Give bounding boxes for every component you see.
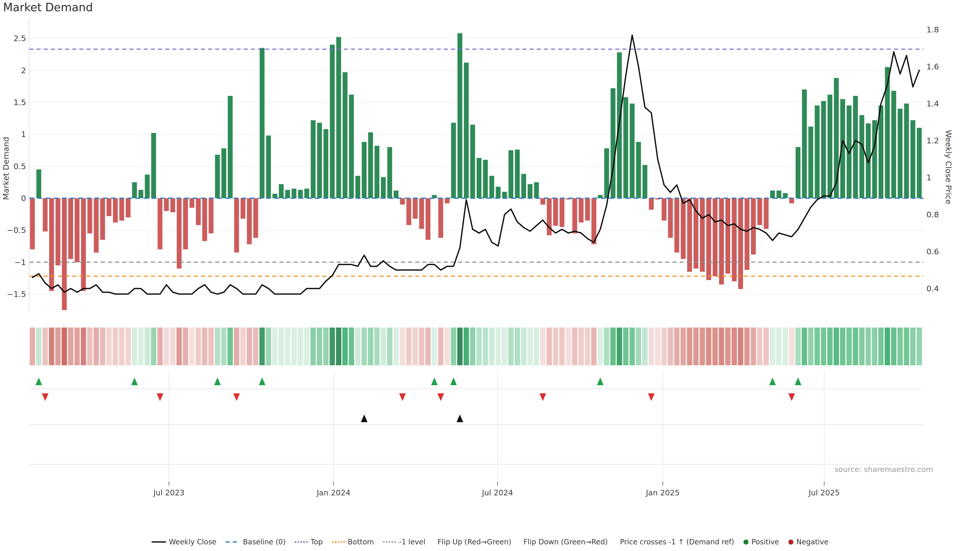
heatmap-cell bbox=[400, 327, 405, 365]
heatmap-cell bbox=[623, 327, 628, 365]
x-axis-tick-label: Jan 2024 bbox=[316, 488, 350, 497]
demand-bar-positive bbox=[643, 165, 648, 198]
heatmap-cell bbox=[878, 327, 884, 365]
page-title: Market Demand bbox=[3, 1, 93, 14]
heatmap-cell bbox=[534, 327, 539, 365]
x-axis-tick-label: Jul 2023 bbox=[153, 488, 185, 497]
heatmap-cell bbox=[107, 327, 112, 365]
demand-bar-negative bbox=[177, 198, 182, 268]
heatmap-cell bbox=[43, 327, 48, 365]
demand-bar-positive bbox=[387, 147, 392, 198]
demand-bar-positive bbox=[279, 184, 284, 198]
heatmap-cell bbox=[336, 327, 342, 365]
demand-bar-negative bbox=[107, 198, 111, 216]
x-axis-tick-label: Jul 2024 bbox=[481, 488, 513, 497]
legend-item: Flip Up (Red→Green) bbox=[434, 538, 511, 546]
demand-bar-positive bbox=[847, 105, 852, 198]
heatmap-cell bbox=[706, 327, 711, 365]
heatmap-cell bbox=[764, 327, 769, 365]
heatmap-cell bbox=[208, 327, 214, 365]
heatmap-cell bbox=[738, 327, 743, 365]
demand-bar-negative bbox=[56, 198, 60, 265]
demand-bar-positive bbox=[859, 115, 864, 198]
heatmap-cell bbox=[266, 327, 271, 365]
heatmap-cell bbox=[528, 327, 533, 365]
demand-bar-positive bbox=[528, 184, 533, 198]
heatmap-cell bbox=[745, 327, 750, 365]
chart-canvas: Market Demand 2.521.510.50−0.5−1−1.51.81… bbox=[0, 0, 980, 551]
heatmap-cell bbox=[202, 327, 207, 365]
demand-bar-positive bbox=[898, 109, 903, 198]
source-note: source: sharemaestro.com bbox=[835, 465, 933, 474]
heatmap-cell bbox=[317, 327, 322, 365]
flip-down-marker bbox=[157, 393, 163, 401]
demand-bar-negative bbox=[209, 198, 213, 233]
heatmap-cell bbox=[62, 327, 67, 365]
demand-bar-negative bbox=[675, 198, 679, 252]
legend-item-label: -1 level bbox=[399, 538, 425, 546]
left-axis-tick-label: −1.5 bbox=[7, 289, 26, 299]
heatmap-cell bbox=[859, 327, 865, 365]
demand-bar-positive bbox=[802, 89, 807, 198]
heatmap-cell bbox=[75, 327, 80, 365]
flip-down-marker bbox=[648, 393, 655, 401]
demand-bar-negative bbox=[426, 198, 431, 240]
heatmap-cell bbox=[630, 327, 635, 365]
heatmap-cell bbox=[189, 327, 195, 365]
heatmap-cell bbox=[183, 327, 188, 365]
demand-bar-positive bbox=[37, 169, 41, 198]
heatmap-cell bbox=[732, 327, 737, 365]
left-axis-tick-label: 2 bbox=[21, 66, 26, 75]
heatmap-cell bbox=[164, 327, 169, 365]
heatmap-cell bbox=[81, 327, 86, 365]
heatmap-cell bbox=[572, 327, 578, 365]
heatmap-cell bbox=[515, 327, 520, 365]
heatmap-cell bbox=[247, 327, 252, 365]
left-axis-title: Market Demand bbox=[1, 137, 11, 200]
legend-dots-icon bbox=[332, 541, 345, 543]
flip-up-marker bbox=[450, 378, 457, 385]
heatmap-cell bbox=[483, 327, 488, 365]
right-axis-tick-label: 0.4 bbox=[926, 284, 939, 293]
heatmap-cell bbox=[413, 327, 418, 365]
demand-bar-positive bbox=[451, 123, 456, 198]
heatmap-cell bbox=[221, 327, 227, 365]
flip-up-marker bbox=[259, 378, 266, 385]
heatmap-cell bbox=[611, 327, 616, 365]
demand-bar-negative bbox=[113, 198, 118, 222]
demand-bar-negative bbox=[189, 198, 194, 208]
heatmap-cell bbox=[827, 327, 833, 365]
demand-bar-positive bbox=[483, 160, 488, 198]
heatmap-cell bbox=[145, 327, 150, 365]
demand-bar-positive bbox=[304, 189, 309, 198]
demand-bar-positive bbox=[770, 191, 775, 198]
demand-bar-positive bbox=[221, 148, 226, 198]
demand-bar-positive bbox=[502, 192, 507, 198]
legend-circle-icon bbox=[743, 540, 749, 545]
legend-dash-icon bbox=[226, 541, 240, 543]
heatmap-cell bbox=[694, 327, 699, 365]
demand-bar-positive bbox=[464, 63, 469, 198]
demand-bar-positive bbox=[821, 101, 826, 198]
heatmap-cell bbox=[655, 327, 660, 365]
flip-down-marker bbox=[539, 393, 546, 401]
heatmap-cell bbox=[642, 327, 648, 365]
heatmap-cell bbox=[795, 327, 801, 365]
heatmap-cell bbox=[285, 327, 290, 365]
legend-item: -1 level bbox=[383, 538, 425, 546]
heatmap-cell bbox=[259, 327, 265, 365]
demand-bar-negative bbox=[164, 198, 169, 211]
price-cross-marker bbox=[457, 414, 463, 422]
demand-bar-positive bbox=[636, 142, 641, 198]
heatmap-cell bbox=[840, 327, 845, 365]
demand-bar-positive bbox=[266, 135, 271, 198]
heatmap-cell bbox=[885, 327, 890, 365]
heatmap-cell bbox=[138, 327, 144, 365]
heatmap-cell bbox=[87, 327, 93, 365]
left-axis-tick-label: 0 bbox=[21, 194, 26, 203]
heatmap-cell bbox=[126, 327, 131, 365]
demand-bar-negative bbox=[668, 198, 673, 238]
heatmap-cell bbox=[853, 327, 858, 365]
heatmap-cell bbox=[432, 327, 437, 365]
flip-down-marker bbox=[438, 393, 444, 401]
